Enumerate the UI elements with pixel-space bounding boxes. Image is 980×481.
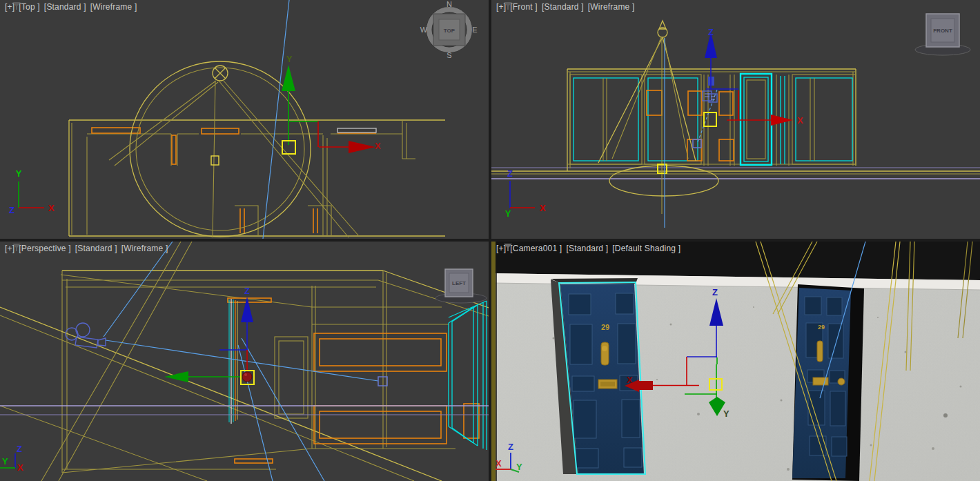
shading-menu[interactable]: [Wireframe ]	[90, 2, 137, 12]
svg-text:Z: Z	[244, 286, 250, 296]
svg-text:Y: Y	[505, 208, 511, 219]
svg-text:Z: Z	[712, 287, 718, 297]
svg-text:Y: Y	[2, 456, 8, 467]
compass-south[interactable]: S	[447, 51, 451, 59]
pivot-point[interactable]	[242, 372, 252, 382]
svg-text:Y: Y	[286, 54, 293, 64]
perspective-viewport-canvas[interactable]: Z Z Y X LEFT	[0, 242, 489, 481]
wall-wireframe[interactable]	[69, 120, 445, 236]
compass-east[interactable]: E	[472, 26, 477, 34]
pov-menu[interactable]: [Top ]	[19, 2, 40, 12]
axis-tripod-perspective: Z Y X	[0, 444, 23, 473]
cyan-door-frame[interactable]	[449, 301, 487, 450]
viewport-label-camera: [+] [Camera001 ] [Standard ] [Default Sh…	[496, 244, 680, 253]
svg-text:X: X	[496, 458, 502, 469]
renderer-menu[interactable]: [Standard ]	[75, 244, 117, 253]
svg-text:Z: Z	[17, 444, 22, 454]
camera-sight-line	[263, 0, 289, 239]
gizmo-x-arrow[interactable]	[349, 141, 375, 153]
svg-text:Y: Y	[723, 409, 729, 419]
renderer-menu[interactable]: [Standard ]	[566, 244, 608, 253]
svg-text:Y: Y	[16, 168, 22, 179]
shading-menu[interactable]: [Wireframe ]	[121, 244, 168, 253]
compass-north[interactable]: N	[447, 0, 452, 8]
svg-text:X: X	[375, 141, 381, 151]
door-knocker	[601, 342, 609, 365]
door-number: 29	[818, 324, 825, 331]
door-right[interactable]: 29	[792, 284, 864, 481]
spotlight-front[interactable]	[598, 21, 718, 214]
svg-text:Z: Z	[507, 168, 513, 179]
orange-doors-front[interactable]	[647, 90, 734, 161]
svg-text:X: X	[48, 203, 55, 213]
svg-text:X: X	[797, 115, 803, 126]
viewport-label-perspective: [+] [Perspective ] [Standard ] [Wirefram…	[5, 244, 168, 253]
renderer-menu[interactable]: [Standard ]	[44, 2, 86, 12]
helper-node[interactable]	[211, 156, 219, 165]
svg-text:Y: Y	[516, 462, 522, 472]
svg-text:Z: Z	[708, 27, 714, 37]
door-splines-top[interactable]	[92, 128, 376, 164]
top-viewport-canvas[interactable]: Y X Y X Z	[0, 0, 489, 239]
svg-text:FRONT[interactable]: FRONT	[933, 28, 952, 34]
compass-west[interactable]: W	[420, 26, 428, 34]
orange-door-frames[interactable]	[235, 333, 479, 463]
door-number: 29	[601, 323, 609, 331]
svg-text:X: X	[17, 462, 23, 473]
viewport-perspective[interactable]: Z Z Y X LEFT	[0, 242, 489, 481]
svg-text:X: X	[540, 203, 546, 213]
max-viewport-grid: Y X Y X Z	[0, 0, 980, 481]
target-node[interactable]	[693, 139, 701, 148]
viewport-label-top: [+] [Top ] [Standard ] [Wireframe ]	[5, 2, 137, 12]
viewport-camera[interactable]: 29 29	[491, 242, 980, 481]
transform-gizmo-perspective[interactable]: Z	[164, 286, 254, 384]
svg-text:X: X	[627, 375, 633, 385]
pov-menu[interactable]: [Camera001 ]	[510, 244, 562, 253]
view-cube-left[interactable]: LEFT	[435, 269, 487, 303]
viewport-top[interactable]: Y X Y X Z	[0, 0, 489, 239]
pov-menu[interactable]: [Perspective ]	[19, 244, 71, 253]
viewport-front[interactable]: Z X Z X Y FRONT	[491, 0, 980, 239]
svg-text:LEFT[interactable]: LEFT	[452, 280, 466, 286]
front-viewport-canvas[interactable]: Z X Z X Y FRONT	[491, 0, 980, 239]
target-link-line	[698, 90, 717, 142]
svg-text:Z: Z	[9, 205, 14, 215]
pov-menu[interactable]: [Front ]	[510, 2, 538, 12]
transform-gizmo-top[interactable]: Y X	[282, 54, 381, 154]
ground-lines	[491, 168, 980, 179]
door-knob	[838, 378, 845, 385]
door-knocker	[817, 341, 823, 362]
filter-funnel-icon[interactable]	[12, 244, 21, 252]
shading-menu[interactable]: [Wireframe ]	[588, 2, 635, 12]
renderer-menu[interactable]: [Standard ]	[542, 2, 584, 12]
filter-funnel-icon[interactable]	[503, 2, 513, 10]
filter-funnel-icon[interactable]	[503, 244, 513, 252]
camera-viewport-canvas[interactable]: 29 29	[491, 242, 980, 481]
viewport-label-front: [+] [Front ] [Standard ] [Wireframe ]	[496, 2, 635, 12]
filter-funnel-icon[interactable]	[12, 2, 21, 10]
camera-fov-lines	[104, 242, 378, 481]
svg-text:TOP[interactable]: TOP	[444, 28, 455, 34]
gizmo-y-arrow[interactable]	[282, 65, 295, 91]
gizmo-z-arrow[interactable]	[241, 297, 253, 322]
view-cube-top[interactable]: TOP N E S W	[420, 0, 478, 59]
axis-tripod-front: Z X Y	[505, 168, 546, 219]
axis-tripod-top: Y X Z	[9, 168, 55, 215]
view-cube-front[interactable]: FRONT	[915, 14, 970, 55]
spotlight-top[interactable]	[109, 61, 359, 237]
shading-menu[interactable]: [Default Shading ]	[612, 244, 680, 253]
selected-door-frame[interactable]	[741, 74, 772, 165]
gizmo-x-arrow[interactable]	[771, 115, 793, 126]
svg-text:Z: Z	[508, 442, 513, 452]
